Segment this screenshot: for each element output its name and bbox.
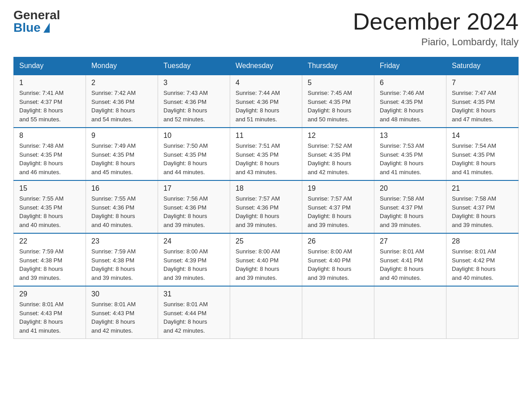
calendar-cell: 8 Sunrise: 7:48 AM Sunset: 4:35 PM Dayli…: [14, 128, 86, 180]
day-info: Sunrise: 7:55 AM Sunset: 4:35 PM Dayligh…: [19, 194, 80, 229]
day-number: 14: [452, 132, 513, 140]
day-info: Sunrise: 8:00 AM Sunset: 4:40 PM Dayligh…: [236, 247, 296, 282]
calendar-cell: 10 Sunrise: 7:50 AM Sunset: 4:35 PM Dayl…: [158, 128, 230, 180]
day-info: Sunrise: 7:41 AM Sunset: 4:37 PM Dayligh…: [19, 89, 80, 124]
day-number: 11: [236, 132, 296, 140]
day-info: Sunrise: 7:47 AM Sunset: 4:35 PM Dayligh…: [452, 89, 513, 124]
day-info: Sunrise: 7:56 AM Sunset: 4:36 PM Dayligh…: [163, 194, 224, 229]
calendar-cell: 15 Sunrise: 7:55 AM Sunset: 4:35 PM Dayl…: [14, 180, 86, 233]
calendar-week-row: 29 Sunrise: 8:01 AM Sunset: 4:43 PM Dayl…: [14, 286, 519, 339]
day-number: 17: [163, 184, 224, 193]
day-info: Sunrise: 7:59 AM Sunset: 4:38 PM Dayligh…: [19, 247, 80, 282]
calendar-cell: 25 Sunrise: 8:00 AM Sunset: 4:40 PM Dayl…: [230, 233, 302, 286]
day-number: 9: [91, 132, 152, 140]
day-info: Sunrise: 8:01 AM Sunset: 4:42 PM Dayligh…: [452, 247, 513, 282]
day-number: 7: [452, 79, 513, 87]
calendar-header-row: SundayMondayTuesdayWednesdayThursdayFrid…: [14, 57, 519, 75]
logo: General Blue: [13, 9, 60, 34]
location-subtitle: Piario, Lombardy, Italy: [353, 36, 519, 48]
day-info: Sunrise: 7:42 AM Sunset: 4:36 PM Dayligh…: [91, 89, 152, 124]
column-header-friday: Friday: [374, 57, 446, 75]
calendar-cell: 16 Sunrise: 7:55 AM Sunset: 4:36 PM Dayl…: [86, 180, 158, 233]
column-header-wednesday: Wednesday: [230, 57, 302, 75]
calendar-cell: 4 Sunrise: 7:44 AM Sunset: 4:36 PM Dayli…: [230, 75, 302, 128]
day-number: 16: [91, 184, 152, 193]
day-number: 19: [308, 184, 369, 193]
day-number: 21: [452, 184, 513, 193]
day-info: Sunrise: 7:48 AM Sunset: 4:35 PM Dayligh…: [19, 141, 80, 176]
calendar-cell: 22 Sunrise: 7:59 AM Sunset: 4:38 PM Dayl…: [14, 233, 86, 286]
calendar-cell: 31 Sunrise: 8:01 AM Sunset: 4:44 PM Dayl…: [158, 286, 230, 339]
day-info: Sunrise: 7:49 AM Sunset: 4:35 PM Dayligh…: [91, 141, 152, 176]
day-info: Sunrise: 7:57 AM Sunset: 4:36 PM Dayligh…: [236, 194, 296, 229]
column-header-tuesday: Tuesday: [158, 57, 230, 75]
calendar-cell: 3 Sunrise: 7:43 AM Sunset: 4:36 PM Dayli…: [158, 75, 230, 128]
calendar-cell: 5 Sunrise: 7:45 AM Sunset: 4:35 PM Dayli…: [302, 75, 374, 128]
calendar-cell: 17 Sunrise: 7:56 AM Sunset: 4:36 PM Dayl…: [158, 180, 230, 233]
day-info: Sunrise: 7:46 AM Sunset: 4:35 PM Dayligh…: [380, 89, 441, 124]
calendar-week-row: 8 Sunrise: 7:48 AM Sunset: 4:35 PM Dayli…: [14, 128, 519, 180]
title-block: December 2024 Piario, Lombardy, Italy: [353, 9, 519, 48]
day-number: 18: [236, 184, 296, 193]
day-number: 13: [380, 132, 441, 140]
day-number: 25: [236, 237, 296, 245]
day-info: Sunrise: 7:58 AM Sunset: 4:37 PM Dayligh…: [380, 194, 441, 229]
calendar-cell: [446, 286, 519, 339]
column-header-thursday: Thursday: [302, 57, 374, 75]
day-number: 24: [163, 237, 224, 245]
logo-general-text: General: [13, 9, 60, 21]
calendar-cell: 21 Sunrise: 7:58 AM Sunset: 4:37 PM Dayl…: [446, 180, 519, 233]
day-info: Sunrise: 7:54 AM Sunset: 4:35 PM Dayligh…: [452, 141, 513, 176]
day-info: Sunrise: 8:01 AM Sunset: 4:43 PM Dayligh…: [19, 300, 80, 335]
day-info: Sunrise: 8:01 AM Sunset: 4:41 PM Dayligh…: [380, 247, 441, 282]
day-info: Sunrise: 7:53 AM Sunset: 4:35 PM Dayligh…: [380, 141, 441, 176]
day-info: Sunrise: 8:00 AM Sunset: 4:39 PM Dayligh…: [163, 247, 224, 282]
column-header-saturday: Saturday: [446, 57, 519, 75]
day-number: 15: [19, 184, 80, 193]
calendar-cell: 19 Sunrise: 7:57 AM Sunset: 4:37 PM Dayl…: [302, 180, 374, 233]
calendar-table: SundayMondayTuesdayWednesdayThursdayFrid…: [13, 57, 519, 339]
day-number: 5: [308, 79, 369, 87]
day-info: Sunrise: 7:52 AM Sunset: 4:35 PM Dayligh…: [308, 141, 369, 176]
day-number: 6: [380, 79, 441, 87]
day-number: 12: [308, 132, 369, 140]
calendar-cell: 11 Sunrise: 7:51 AM Sunset: 4:35 PM Dayl…: [230, 128, 302, 180]
day-info: Sunrise: 7:51 AM Sunset: 4:35 PM Dayligh…: [236, 141, 296, 176]
logo-blue-text: Blue: [13, 21, 50, 34]
day-info: Sunrise: 8:00 AM Sunset: 4:40 PM Dayligh…: [308, 247, 369, 282]
calendar-cell: 26 Sunrise: 8:00 AM Sunset: 4:40 PM Dayl…: [302, 233, 374, 286]
calendar-cell: 30 Sunrise: 8:01 AM Sunset: 4:43 PM Dayl…: [86, 286, 158, 339]
day-info: Sunrise: 7:43 AM Sunset: 4:36 PM Dayligh…: [163, 89, 224, 124]
calendar-week-row: 22 Sunrise: 7:59 AM Sunset: 4:38 PM Dayl…: [14, 233, 519, 286]
day-number: 1: [19, 79, 80, 87]
day-info: Sunrise: 8:01 AM Sunset: 4:44 PM Dayligh…: [163, 300, 224, 335]
calendar-cell: 12 Sunrise: 7:52 AM Sunset: 4:35 PM Dayl…: [302, 128, 374, 180]
day-info: Sunrise: 7:59 AM Sunset: 4:38 PM Dayligh…: [91, 247, 152, 282]
day-info: Sunrise: 7:55 AM Sunset: 4:36 PM Dayligh…: [91, 194, 152, 229]
day-info: Sunrise: 7:44 AM Sunset: 4:36 PM Dayligh…: [236, 89, 296, 124]
day-number: 27: [380, 237, 441, 245]
calendar-week-row: 15 Sunrise: 7:55 AM Sunset: 4:35 PM Dayl…: [14, 180, 519, 233]
day-info: Sunrise: 8:01 AM Sunset: 4:43 PM Dayligh…: [91, 300, 152, 335]
day-number: 30: [91, 290, 152, 298]
day-info: Sunrise: 7:57 AM Sunset: 4:37 PM Dayligh…: [308, 194, 369, 229]
calendar-cell: 14 Sunrise: 7:54 AM Sunset: 4:35 PM Dayl…: [446, 128, 519, 180]
day-number: 3: [163, 79, 224, 87]
day-number: 26: [308, 237, 369, 245]
calendar-cell: 2 Sunrise: 7:42 AM Sunset: 4:36 PM Dayli…: [86, 75, 158, 128]
calendar-cell: 29 Sunrise: 8:01 AM Sunset: 4:43 PM Dayl…: [14, 286, 86, 339]
column-header-sunday: Sunday: [14, 57, 86, 75]
day-number: 8: [19, 132, 80, 140]
calendar-cell: [302, 286, 374, 339]
calendar-cell: 18 Sunrise: 7:57 AM Sunset: 4:36 PM Dayl…: [230, 180, 302, 233]
calendar-cell: 7 Sunrise: 7:47 AM Sunset: 4:35 PM Dayli…: [446, 75, 519, 128]
calendar-cell: 1 Sunrise: 7:41 AM Sunset: 4:37 PM Dayli…: [14, 75, 86, 128]
calendar-cell: 13 Sunrise: 7:53 AM Sunset: 4:35 PM Dayl…: [374, 128, 446, 180]
logo-triangle-icon: [43, 23, 50, 33]
month-title: December 2024: [353, 9, 519, 34]
day-number: 2: [91, 79, 152, 87]
day-number: 10: [163, 132, 224, 140]
calendar-cell: 24 Sunrise: 8:00 AM Sunset: 4:39 PM Dayl…: [158, 233, 230, 286]
calendar-cell: 23 Sunrise: 7:59 AM Sunset: 4:38 PM Dayl…: [86, 233, 158, 286]
calendar-cell: 6 Sunrise: 7:46 AM Sunset: 4:35 PM Dayli…: [374, 75, 446, 128]
